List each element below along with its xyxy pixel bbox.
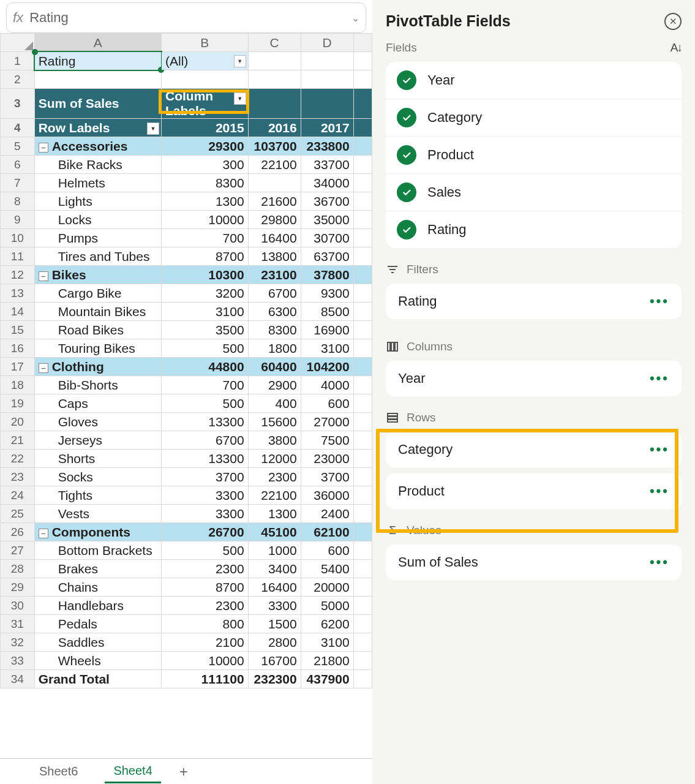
cell[interactable]: 8300 xyxy=(162,174,249,192)
field-sales[interactable]: Sales xyxy=(386,174,682,211)
cell[interactable] xyxy=(248,174,301,192)
cell[interactable]: 2400 xyxy=(301,505,353,523)
select-all-corner[interactable] xyxy=(1,34,35,52)
product-cell[interactable]: Brakes xyxy=(34,560,161,578)
sum-of-sales-header[interactable]: Sum of Sales xyxy=(34,89,161,119)
tab-sheet4[interactable]: Sheet4 xyxy=(105,760,160,783)
cell[interactable] xyxy=(353,174,372,192)
cell[interactable]: 2300 xyxy=(162,597,249,615)
product-cell[interactable]: Tires and Tubes xyxy=(34,247,161,266)
field-rating[interactable]: Rating xyxy=(386,211,682,248)
cell-A1-selected[interactable]: Rating xyxy=(34,52,161,70)
cell[interactable]: 500 xyxy=(162,394,249,413)
row-header[interactable]: 4 xyxy=(1,119,35,137)
category-cell[interactable]: −Components xyxy=(34,523,161,541)
cell[interactable]: 2800 xyxy=(248,633,301,652)
product-cell[interactable]: Caps xyxy=(34,394,161,413)
cell[interactable]: 44800 xyxy=(162,358,249,376)
product-cell[interactable]: Pedals xyxy=(34,615,161,633)
cell[interactable] xyxy=(353,413,372,431)
product-cell[interactable]: Vests xyxy=(34,505,161,523)
close-icon[interactable]: ✕ xyxy=(664,13,682,30)
cell[interactable]: 800 xyxy=(162,615,249,633)
cell[interactable]: 3200 xyxy=(162,284,249,303)
cell[interactable]: 21600 xyxy=(248,192,301,211)
column-labels-dropdown-icon[interactable]: ▼ xyxy=(234,92,246,105)
cell[interactable] xyxy=(353,52,372,70)
cell[interactable]: 23100 xyxy=(248,266,301,284)
cell[interactable]: 500 xyxy=(162,339,249,358)
cell[interactable]: 6700 xyxy=(248,284,301,303)
cell[interactable] xyxy=(353,284,372,303)
row-header[interactable]: 18 xyxy=(1,376,35,394)
cell[interactable]: 3500 xyxy=(162,321,249,339)
category-cell[interactable]: −Accessories xyxy=(34,137,161,156)
row-header[interactable]: 20 xyxy=(1,413,35,431)
cell[interactable]: 27000 xyxy=(301,413,353,431)
cell[interactable]: 35000 xyxy=(301,211,353,229)
row-header[interactable]: 2 xyxy=(1,70,35,89)
cell[interactable] xyxy=(353,505,372,523)
cell[interactable]: 500 xyxy=(162,541,249,560)
col-header-D[interactable]: D xyxy=(301,34,353,52)
cell[interactable] xyxy=(353,211,372,229)
cell[interactable]: 34000 xyxy=(301,174,353,192)
more-icon[interactable]: ••• xyxy=(650,483,669,499)
row-header[interactable]: 6 xyxy=(1,156,35,174)
grid[interactable]: A B C D 1 Rating (All) ▼ xyxy=(0,33,372,758)
cell[interactable]: 8500 xyxy=(301,303,353,321)
cell[interactable] xyxy=(353,358,372,376)
cell[interactable]: 62100 xyxy=(301,523,353,541)
cell[interactable] xyxy=(353,652,372,670)
cell[interactable]: 21800 xyxy=(301,652,353,670)
product-cell[interactable]: Chains xyxy=(34,578,161,597)
col-header-A[interactable]: A xyxy=(34,34,161,52)
product-cell[interactable]: Saddles xyxy=(34,633,161,652)
more-icon[interactable]: ••• xyxy=(650,554,669,570)
field-category[interactable]: Category xyxy=(386,99,682,137)
cell[interactable] xyxy=(353,137,372,156)
filter-rating-pill[interactable]: Rating••• xyxy=(386,284,682,319)
product-cell[interactable]: Pumps xyxy=(34,229,161,247)
row-header[interactable]: 33 xyxy=(1,652,35,670)
row-header[interactable]: 16 xyxy=(1,339,35,358)
field-product[interactable]: Product xyxy=(386,137,682,174)
cell[interactable]: 5000 xyxy=(301,597,353,615)
row-category-pill[interactable]: Category••• xyxy=(386,432,682,467)
product-cell[interactable]: Bottom Brackets xyxy=(34,541,161,560)
cell[interactable]: 8700 xyxy=(162,578,249,597)
row-header[interactable]: 10 xyxy=(1,229,35,247)
more-icon[interactable]: ••• xyxy=(650,293,669,309)
row-header[interactable]: 5 xyxy=(1,137,35,156)
cell[interactable]: 3700 xyxy=(301,468,353,486)
cell[interactable]: 3400 xyxy=(248,560,301,578)
product-cell[interactable]: Locks xyxy=(34,211,161,229)
cell[interactable] xyxy=(353,394,372,413)
cell[interactable] xyxy=(353,339,372,358)
column-year-pill[interactable]: Year••• xyxy=(386,361,682,396)
cell[interactable] xyxy=(353,229,372,247)
category-cell[interactable]: −Clothing xyxy=(34,358,161,376)
cell[interactable]: 16400 xyxy=(248,229,301,247)
collapse-icon[interactable]: − xyxy=(39,363,48,373)
product-cell[interactable]: Lights xyxy=(34,192,161,211)
cell[interactable]: 5400 xyxy=(301,560,353,578)
row-header[interactable]: 31 xyxy=(1,615,35,633)
cell[interactable] xyxy=(353,376,372,394)
cell[interactable] xyxy=(353,541,372,560)
cell[interactable] xyxy=(353,247,372,266)
cell[interactable]: 7500 xyxy=(301,431,353,450)
col-header-B[interactable]: B xyxy=(162,34,249,52)
cell[interactable]: 12000 xyxy=(248,450,301,468)
sort-icon[interactable]: A↓ xyxy=(671,41,682,55)
cell[interactable]: 6200 xyxy=(301,615,353,633)
row-header[interactable]: 21 xyxy=(1,431,35,450)
cell[interactable]: 3100 xyxy=(162,303,249,321)
row-header[interactable]: 30 xyxy=(1,597,35,615)
field-year[interactable]: Year xyxy=(386,62,682,99)
cell[interactable] xyxy=(353,192,372,211)
cell[interactable] xyxy=(353,597,372,615)
product-cell[interactable]: Mountain Bikes xyxy=(34,303,161,321)
cell[interactable]: 2300 xyxy=(162,560,249,578)
cell[interactable]: 1300 xyxy=(248,505,301,523)
